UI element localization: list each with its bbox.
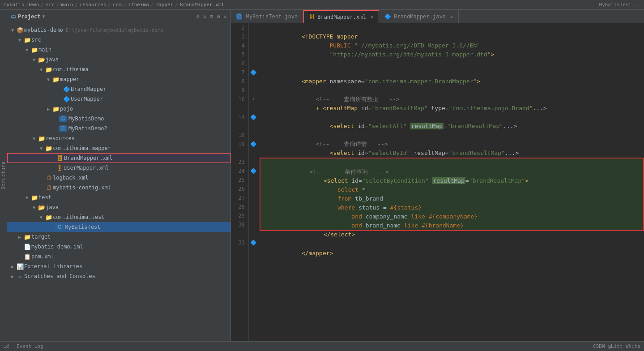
breadcrumb-bar: mybatis-demo / src / main / resources / … [0, 0, 644, 10]
tree-label-mapper: mapper [60, 76, 79, 82]
folder-icon: 📁 [45, 145, 53, 152]
bottom-bar: ⎇ Event Log CSDN @Litt_White [0, 341, 644, 351]
breadcrumb-item[interactable]: src [46, 2, 55, 8]
tree-label-src: src [31, 37, 41, 43]
tree-label-usermapper: UserMapper [71, 96, 103, 102]
folder-icon: 📁 [23, 37, 31, 43]
tree-arrow: ▼ [30, 57, 38, 62]
tree-label-main: main [38, 47, 51, 53]
tab-label-3: BrandMapper.java [394, 13, 446, 20]
scratches-icon: ✏ [16, 273, 24, 280]
xml-mybatis-icon: 🗄 [56, 155, 64, 162]
tree-arrow: ▶ [16, 235, 23, 240]
tree-item-mybatisdemo[interactable]: C MyBatisDemo [7, 114, 230, 124]
tree-item-root[interactable]: ▼ 📦 mybatis-demo E:\java-file\mybatis\my… [7, 25, 230, 35]
tree-label-com-itheima-test: com.itheima.test [53, 214, 105, 220]
mybatis-interface-icon2: 🔷 [63, 96, 71, 103]
tree-item-java[interactable]: ▼ 📂 java [7, 55, 230, 64]
tree-item-test[interactable]: ▼ 📁 test [7, 193, 230, 202]
tree-item-pojo[interactable]: ▶ 📁 pojo [7, 104, 230, 114]
breadcrumb-item[interactable]: mapper [155, 2, 173, 8]
tree-label-test-java: java [46, 204, 59, 210]
tree-item-scratches[interactable]: ▶ ✏ Scratches and Consoles [7, 271, 230, 281]
tree-label-brandmapper: BrandMapper [71, 86, 106, 92]
tree-item-usermapper-java[interactable]: 🔷 UserMapper [7, 94, 230, 104]
tree-arrow: ▼ [23, 195, 30, 200]
tree-item-brandmapper-xml[interactable]: 🗄 BrandMapper.xml [7, 153, 230, 163]
tree-item-src[interactable]: ▼ 📁 src [7, 35, 230, 45]
code-gutter: 🔷 + 🔷 🔷 🔷 [249, 23, 258, 341]
line-numbers: 2 3 4 5 6 7 8 9 10 14 18 19 23 24 [231, 23, 249, 341]
tree-label-target: target [31, 234, 51, 240]
chevron-down-icon[interactable]: ▼ [43, 14, 45, 19]
structure-panel: Structure [0, 10, 7, 341]
breadcrumb-item[interactable]: main [61, 2, 73, 8]
tab-mybatistest[interactable]: C MyBatisTest.java [231, 10, 303, 23]
folder-java-icon: 📂 [38, 56, 46, 63]
tree-item-iml[interactable]: 📄 mybatis-demo.iml [7, 242, 230, 252]
tree-label: mybatis-demo [24, 27, 63, 33]
tree-item-usermapper-xml[interactable]: 🗄 UserMapper.xml [7, 163, 230, 173]
event-log[interactable]: Event Log [17, 343, 43, 349]
breadcrumb-item[interactable]: BrandMapper.xml [180, 2, 224, 8]
code-line: <select id="selectAll" resultMap="brandR… [260, 113, 644, 122]
tab-brandmapper-java[interactable]: 🔷 BrandMapper.java ✕ [379, 10, 459, 23]
tree-item-brandmapper-java[interactable]: 🔷 BrandMapper [7, 84, 230, 94]
java-test-icon: C [55, 224, 64, 230]
tree-item-mapper-folder[interactable]: ▼ 📁 mapper [7, 74, 230, 84]
tree-item-mybatistest[interactable]: C MyBatisTest [7, 222, 230, 232]
code-line: <!-- 查询所有数据 --> [260, 86, 644, 95]
tree-item-external-libs[interactable]: ▶ 📊 External Libraries [7, 261, 230, 271]
breadcrumb-item[interactable]: com [113, 2, 122, 8]
project-tree: ▼ 📦 mybatis-demo E:\java-file\mybatis\my… [7, 23, 230, 341]
tree-item-logback[interactable]: 🗒 logback.xml [7, 173, 230, 183]
tab-brandmapper-xml[interactable]: 🗄 BrandMapper.xml ✕ [303, 10, 379, 23]
tree-label-pom: pom.xml [31, 253, 54, 260]
code-line: <!-- 查询详情 --> [260, 131, 644, 140]
expand-icon[interactable]: ≡ [203, 13, 206, 20]
tree-arrow: ▼ [30, 205, 38, 210]
breadcrumb-item[interactable]: itheima [128, 2, 149, 8]
tree-item-com-itheima-mapper[interactable]: ▼ 📁 com.itheima.mapper [7, 143, 230, 153]
tree-item-com-itheima-test[interactable]: ▼ 📁 com.itheima.test [7, 212, 230, 222]
folder-icon: 📁 [52, 106, 60, 112]
tab-mybatis-icon: 🔷 [384, 13, 391, 20]
tree-label-scratches: Scratches and Consoles [24, 273, 95, 279]
tree-label-com-itheima-mapper: com.itheima.mapper [53, 145, 111, 151]
tree-item-target[interactable]: ▶ 📁 target [7, 232, 230, 242]
collapse-icon[interactable]: ⊟ [210, 13, 213, 20]
folder-icon: 📁 [52, 76, 60, 83]
tree-item-main[interactable]: ▼ 📁 main [7, 45, 230, 55]
breadcrumb-item[interactable]: mybatis-demo [4, 2, 39, 8]
close-panel-icon[interactable]: ✕ [224, 13, 227, 20]
code-line: <!DOCTYPE mapper [260, 23, 644, 32]
gear-icon[interactable]: ⚙ [217, 13, 220, 20]
notification-area: MyBatisTest... [599, 2, 640, 8]
tree-item-pom[interactable]: 📋 pom.xml [7, 252, 230, 261]
red-box-section: <!-- 条件查询 --> <select id="selectByCondit… [260, 158, 644, 231]
folder-icon: 📁 [45, 66, 53, 73]
tree-path: E:\java-file\mybatis\mybatis-demo [66, 27, 164, 33]
tree-item-com-itheima[interactable]: ▼ 📁 com.itheima [7, 64, 230, 74]
pom-icon: 📋 [23, 253, 31, 260]
tab-xml-icon: 🗄 [309, 14, 315, 20]
locate-icon[interactable]: ⊕ [196, 13, 200, 20]
tab-close-icon[interactable]: ✕ [371, 14, 374, 20]
folder-icon: 📁 [30, 47, 38, 53]
code-lines: <!DOCTYPE mapper PUBLIC "-//mybatis.org/… [258, 23, 644, 341]
tree-item-resources[interactable]: ▼ 📁 resources [7, 133, 230, 143]
iml-icon: 📄 [23, 244, 31, 250]
tree-item-mybatisdemo2[interactable]: C MyBatisDemo2 [7, 124, 230, 133]
tree-label-mybatisdemo: MyBatisDemo [68, 116, 104, 122]
tree-arrow: ▼ [38, 67, 45, 72]
code-line-23: <!-- 条件查询 --> [260, 158, 643, 167]
tree-item-test-java[interactable]: ▼ 📂 java [7, 202, 230, 212]
breadcrumb: mybatis-demo / src / main / resources / … [4, 2, 224, 8]
tab-close-icon2[interactable]: ✕ [450, 14, 453, 20]
project-panel: 🗂 Project ▼ ⊕ ≡ ⊟ ⚙ ✕ ▼ 📦 mybatis-demo E… [7, 10, 231, 341]
code-editor[interactable]: 2 3 4 5 6 7 8 9 10 14 18 19 23 24 [231, 23, 644, 341]
code-line: </mapper> [260, 240, 644, 249]
breadcrumb-item[interactable]: resources [80, 2, 107, 8]
tree-item-mybatis-config[interactable]: 🗒 mybatis-config.xml [7, 183, 230, 193]
git-icon[interactable]: ⎇ [4, 343, 9, 349]
